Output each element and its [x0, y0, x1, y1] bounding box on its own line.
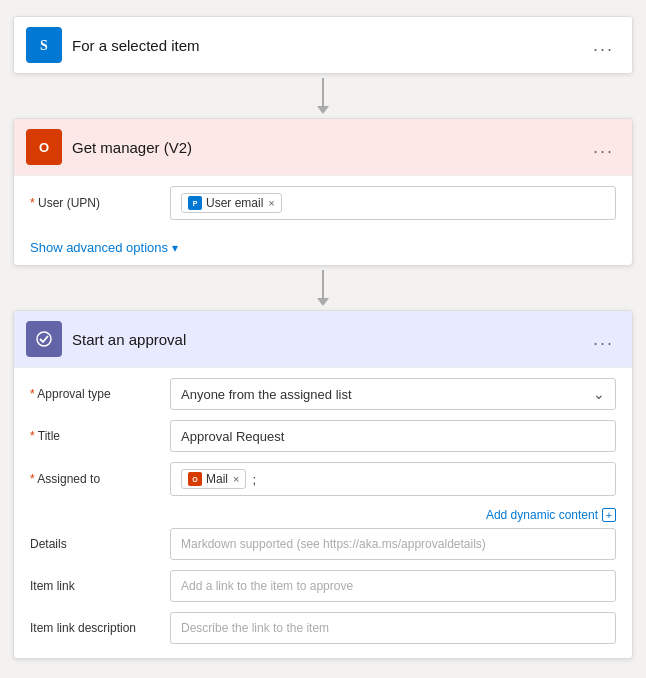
- approval-type-label: Approval type: [30, 387, 170, 401]
- svg-text:S: S: [40, 38, 48, 53]
- item-link-desc-field[interactable]: Describe the link to the item: [170, 612, 616, 644]
- user-email-token-label: User email: [206, 196, 263, 210]
- item-link-field[interactable]: Add a link to the item to approve: [170, 570, 616, 602]
- sharepoint-card-header: S For a selected item ...: [14, 17, 632, 73]
- title-row: Title Approval Request: [30, 420, 616, 452]
- mail-token-close[interactable]: ×: [233, 473, 239, 485]
- advanced-options-section: Show advanced options ▾: [14, 234, 632, 265]
- manager-card: O Get manager (V2) ... User (UPN) P: [13, 118, 633, 266]
- dynamic-content-label: Add dynamic content: [486, 508, 598, 522]
- arrow-head-1: [317, 106, 329, 114]
- svg-text:P: P: [193, 200, 198, 207]
- approval-card-title: Start an approval: [72, 331, 587, 348]
- details-placeholder: Markdown supported (see https://aka.ms/a…: [181, 537, 486, 551]
- arrow-line-2: [322, 270, 324, 298]
- title-field[interactable]: Approval Request: [170, 420, 616, 452]
- approval-type-chevron: ⌄: [593, 386, 605, 402]
- mail-token: O Mail ×: [181, 469, 246, 489]
- approval-type-field[interactable]: Anyone from the assigned list ⌄: [170, 378, 616, 410]
- details-label: Details: [30, 537, 170, 551]
- mail-token-icon: O: [188, 472, 202, 486]
- manager-icon-wrap: O: [26, 129, 62, 165]
- mail-icon-svg: O: [189, 473, 201, 485]
- chevron-down-icon: ▾: [172, 241, 178, 255]
- approval-card-body: Approval type Anyone from the assigned l…: [14, 367, 632, 658]
- title-label: Title: [30, 429, 170, 443]
- sharepoint-more-button[interactable]: ...: [587, 33, 620, 58]
- approval-card: Start an approval ... Approval type Anyo…: [13, 310, 633, 659]
- sharepoint-card: S For a selected item ...: [13, 16, 633, 74]
- assigned-to-field[interactable]: O Mail × ;: [170, 462, 616, 496]
- sharepoint-icon: S: [33, 34, 55, 56]
- arrow-2: [317, 270, 329, 306]
- token-icon-svg: P: [189, 197, 201, 209]
- item-link-row: Item link Add a link to the item to appr…: [30, 570, 616, 602]
- item-link-placeholder: Add a link to the item to approve: [181, 579, 353, 593]
- svg-text:O: O: [39, 140, 49, 155]
- title-value: Approval Request: [181, 429, 284, 444]
- item-link-desc-row: Item link description Describe the link …: [30, 612, 616, 644]
- manager-card-title: Get manager (V2): [72, 139, 587, 156]
- approval-card-header: Start an approval ...: [14, 311, 632, 367]
- item-link-label: Item link: [30, 579, 170, 593]
- mail-token-label: Mail: [206, 472, 228, 486]
- approval-type-row: Approval type Anyone from the assigned l…: [30, 378, 616, 410]
- user-upn-row: User (UPN) P User email ×: [30, 186, 616, 220]
- item-link-desc-label: Item link description: [30, 621, 170, 635]
- arrow-line-1: [322, 78, 324, 106]
- manager-card-header: O Get manager (V2) ...: [14, 119, 632, 175]
- approval-type-value: Anyone from the assigned list: [181, 387, 352, 402]
- approval-more-button[interactable]: ...: [587, 327, 620, 352]
- svg-text:O: O: [192, 476, 198, 483]
- details-field[interactable]: Markdown supported (see https://aka.ms/a…: [170, 528, 616, 560]
- dynamic-content-plus-icon: +: [602, 508, 616, 522]
- approval-icon-wrap: [26, 321, 62, 357]
- user-upn-field[interactable]: P User email ×: [170, 186, 616, 220]
- assigned-to-row: Assigned to O Mail × ;: [30, 462, 616, 496]
- show-advanced-options-link[interactable]: Show advanced options ▾: [30, 240, 616, 255]
- approval-icon-svg: [33, 328, 55, 350]
- advanced-options-label: Show advanced options: [30, 240, 168, 255]
- sharepoint-icon-wrap: S: [26, 27, 62, 63]
- item-link-desc-placeholder: Describe the link to the item: [181, 621, 329, 635]
- assigned-to-label: Assigned to: [30, 472, 170, 486]
- user-email-token: P User email ×: [181, 193, 282, 213]
- user-upn-label: User (UPN): [30, 196, 170, 210]
- sharepoint-card-title: For a selected item: [72, 37, 587, 54]
- arrow-1: [317, 78, 329, 114]
- manager-card-body: User (UPN) P User email ×: [14, 175, 632, 234]
- dynamic-content-row: Add dynamic content +: [30, 506, 616, 528]
- user-email-token-close[interactable]: ×: [268, 197, 274, 209]
- office-icon: O: [33, 136, 55, 158]
- manager-more-button[interactable]: ...: [587, 135, 620, 160]
- details-row: Details Markdown supported (see https://…: [30, 528, 616, 560]
- semicolon-separator: ;: [252, 472, 256, 487]
- flow-container: S For a selected item ... O Get manager …: [13, 16, 633, 678]
- token-office-icon: P: [188, 196, 202, 210]
- add-dynamic-content-link[interactable]: Add dynamic content +: [486, 508, 616, 522]
- arrow-head-2: [317, 298, 329, 306]
